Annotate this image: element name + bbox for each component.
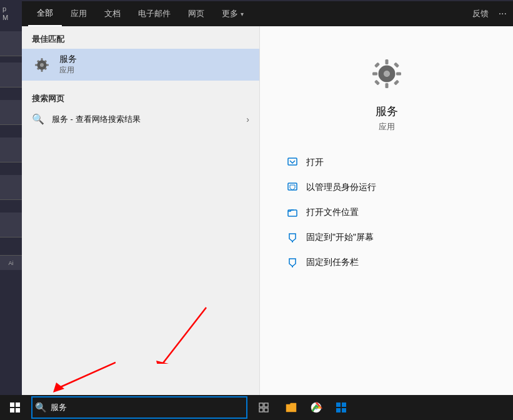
svg-rect-27: [264, 403, 268, 407]
svg-rect-16: [396, 72, 401, 76]
taskbar: 🔍 服务: [0, 395, 513, 420]
file-explorer-icon: [285, 401, 297, 414]
edge-thumb-2: [0, 62, 22, 88]
store-button[interactable]: [329, 395, 354, 420]
chevron-down-icon: ▾: [241, 11, 244, 18]
edge-text-p: p: [2, 5, 6, 12]
svg-rect-32: [336, 402, 341, 407]
taskbar-search-text: 服务: [51, 402, 67, 413]
svg-rect-35: [342, 408, 346, 412]
search-content-area: 最佳匹配: [22, 26, 513, 395]
edge-thumb-6: [0, 212, 22, 238]
svg-point-12: [384, 71, 390, 77]
file-explorer-button[interactable]: [279, 395, 304, 420]
taskbar-search-icon: 🔍: [35, 402, 47, 413]
svg-rect-28: [259, 408, 263, 412]
action-pin-taskbar-label: 固定到任务栏: [306, 257, 359, 268]
action-pin-start-label: 固定到"开始"屏幕: [306, 232, 374, 243]
svg-rect-18: [393, 62, 399, 68]
action-file-location[interactable]: 打开文件位置: [279, 201, 494, 224]
app-name-display: 服务: [376, 104, 398, 119]
svg-rect-33: [342, 402, 346, 407]
svg-rect-15: [372, 72, 377, 76]
svg-rect-22: [288, 183, 297, 190]
windows-logo-icon: [10, 402, 20, 412]
feedback-button[interactable]: 反馈: [472, 8, 489, 19]
web-search-section: 搜索网页 🔍 服务 - 查看网络搜索结果 ›: [22, 81, 259, 135]
pin-start-icon: [286, 231, 299, 244]
open-icon: [286, 156, 299, 169]
ai-label: Ai: [0, 256, 22, 271]
action-pin-start[interactable]: 固定到"开始"屏幕: [279, 226, 494, 249]
edge-thumb-7: Ai: [0, 255, 22, 270]
best-match-type: 应用: [59, 65, 77, 76]
task-view-button[interactable]: [249, 395, 279, 420]
svg-rect-29: [264, 408, 268, 412]
svg-point-10: [40, 63, 44, 67]
svg-rect-20: [393, 79, 399, 85]
best-match-title: 最佳匹配: [22, 26, 259, 49]
file-location-icon: [286, 206, 299, 219]
edge-thumb-3: [0, 100, 22, 125]
svg-rect-26: [259, 403, 263, 407]
pin-taskbar-icon: [286, 256, 299, 269]
right-detail-panel: 服务 应用 打开 以管理员身份运行: [259, 26, 513, 395]
search-panel: 全部 应用 文档 电子邮件 网页 更多 ▾ 反馈 ··· 最佳匹配: [22, 1, 513, 395]
best-match-text: 服务 应用: [59, 54, 77, 76]
left-results-panel: 最佳匹配: [22, 26, 259, 395]
tab-more[interactable]: 更多 ▾: [213, 1, 252, 26]
start-button[interactable]: [0, 395, 30, 420]
action-open-label: 打开: [306, 157, 324, 168]
task-view-icon: [259, 402, 269, 412]
web-search-icon: 🔍: [32, 113, 44, 125]
web-search-item[interactable]: 🔍 服务 - 查看网络搜索结果 ›: [22, 108, 259, 130]
tab-web[interactable]: 网页: [179, 1, 213, 26]
gear-icon-large: [368, 55, 406, 92]
chevron-right-icon: ›: [246, 114, 249, 124]
web-search-label: 服务 - 查看网络搜索结果: [52, 114, 141, 125]
svg-rect-19: [374, 79, 379, 85]
svg-rect-21: [288, 158, 297, 165]
tab-all[interactable]: 全部: [28, 1, 62, 26]
services-app-icon: [32, 55, 52, 75]
tab-apps[interactable]: 应用: [62, 1, 96, 26]
svg-rect-17: [374, 62, 379, 68]
edge-thumb-1: [0, 31, 22, 56]
web-search-title: 搜索网页: [22, 86, 259, 108]
svg-rect-13: [385, 59, 388, 64]
gear-icon-small: [32, 55, 52, 75]
edge-thumb-5: [0, 175, 22, 200]
action-admin-label: 以管理员身份运行: [306, 182, 376, 193]
search-nav-bar: 全部 应用 文档 电子邮件 网页 更多 ▾ 反馈 ···: [22, 1, 513, 26]
action-run-as-admin[interactable]: 以管理员身份运行: [279, 176, 494, 199]
tab-documents[interactable]: 文档: [96, 1, 129, 26]
app-icon-large: [364, 51, 409, 96]
svg-rect-14: [385, 83, 388, 88]
action-list: 打开 以管理员身份运行 打开文件位置: [279, 151, 494, 274]
chrome-button[interactable]: [304, 395, 329, 420]
action-open[interactable]: 打开: [279, 151, 494, 174]
left-edge-panel: p M Ai: [0, 0, 22, 395]
action-pin-taskbar[interactable]: 固定到任务栏: [279, 251, 494, 274]
chrome-icon: [310, 401, 322, 414]
more-options-button[interactable]: ···: [499, 8, 507, 19]
nav-right-actions: 反馈 ···: [472, 8, 507, 19]
svg-rect-34: [336, 408, 341, 412]
edge-thumb-4: [0, 138, 22, 162]
best-match-name: 服务: [59, 54, 77, 65]
best-match-item[interactable]: 服务 应用: [22, 49, 259, 81]
edge-text-m: M: [2, 14, 8, 21]
action-file-location-label: 打开文件位置: [306, 207, 359, 218]
admin-icon: [286, 181, 299, 194]
store-icon: [335, 401, 347, 414]
tab-email[interactable]: 电子邮件: [129, 1, 179, 26]
app-type-display: 应用: [379, 121, 395, 132]
